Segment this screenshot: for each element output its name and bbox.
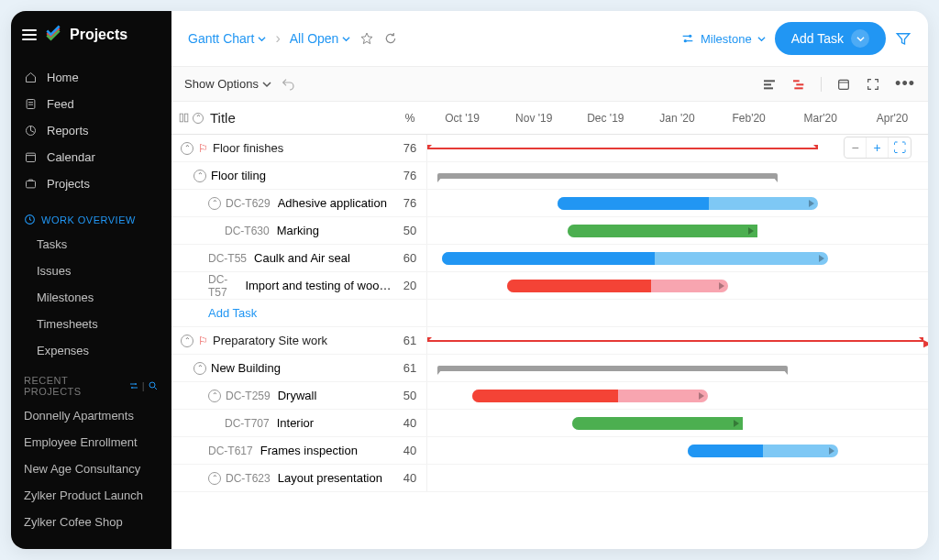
month-header: Oct '19 (426, 112, 498, 125)
add-task-button[interactable]: Add Task (775, 22, 886, 55)
recent-project-item[interactable]: New Age Consultancy (11, 456, 171, 482)
milestone-selector[interactable]: Milestone (680, 31, 766, 46)
completion-pct: 40 (393, 444, 426, 457)
completion-pct: 76 (393, 196, 426, 210)
search-icon[interactable] (148, 380, 159, 391)
refresh-icon[interactable] (383, 31, 398, 46)
list-view-icon[interactable] (762, 77, 777, 92)
gantt-row: DC-T57Import and testing of wood materia… (171, 272, 928, 300)
subbar: Show Options ••• (171, 67, 928, 102)
show-options-button[interactable]: Show Options (184, 77, 271, 91)
task-bar[interactable] (507, 280, 727, 292)
chevron-down-icon (258, 35, 266, 43)
task-title[interactable]: Frames inspection (260, 444, 358, 457)
sidebar-item-timesheets[interactable]: Timesheets (11, 311, 171, 337)
sidebar-item-calendar[interactable]: Calendar (11, 144, 171, 170)
fullscreen-icon[interactable] (866, 77, 880, 92)
add-task-row[interactable]: Add Task (171, 300, 928, 327)
gantt-bar-area (426, 437, 928, 464)
svg-rect-14 (796, 83, 803, 85)
home-icon (24, 71, 38, 84)
fit-button[interactable]: ⛶ (889, 137, 911, 158)
gantt-bar-area (426, 217, 928, 244)
today-icon[interactable] (836, 77, 851, 92)
collapse-all-icon[interactable]: ⌃ (193, 113, 204, 124)
task-title[interactable]: New Building (211, 361, 281, 375)
collapse-icon[interactable]: ⌃ (208, 472, 221, 485)
app-logo[interactable]: Projects (11, 11, 171, 59)
task-id: DC-T617 (208, 445, 253, 457)
recent-project-item[interactable]: Employee Enrollment (11, 429, 171, 456)
funnel-icon[interactable] (895, 30, 911, 47)
collapse-icon[interactable]: ⌃ (208, 390, 221, 402)
milestone-icon: ⚐ (198, 335, 208, 347)
recent-project-item[interactable]: Zylker Cofee Shop (11, 509, 171, 535)
task-title[interactable]: Marking (277, 224, 319, 237)
task-bar[interactable] (568, 225, 757, 237)
zoom-out-button[interactable]: − (845, 137, 867, 158)
sidebar-item-expenses[interactable]: Expenses (11, 337, 171, 364)
summary-bar[interactable] (427, 148, 818, 149)
sidebar-item-home[interactable]: Home (11, 64, 171, 91)
collapse-icon[interactable]: ⌃ (181, 142, 193, 155)
undo-icon[interactable] (281, 77, 295, 92)
star-icon[interactable] (359, 31, 374, 46)
pct-column-header[interactable]: % (393, 112, 426, 125)
gantt-bar-area (426, 382, 928, 409)
svg-point-7 (149, 382, 155, 388)
collapse-icon[interactable]: ⌃ (193, 170, 206, 182)
title-column-header[interactable]: Title (210, 110, 393, 126)
nav-label: Calendar (47, 150, 95, 164)
sidebar: Projects HomeFeedReportsCalendarProjects… (11, 11, 171, 549)
settings-toggle-icon[interactable] (128, 380, 139, 391)
parent-bar[interactable] (437, 173, 778, 179)
gantt-view-icon[interactable] (791, 77, 806, 92)
sidebar-item-milestones[interactable]: Milestones (11, 284, 171, 311)
month-header: Dec '19 (569, 112, 641, 125)
chevron-down-icon[interactable] (851, 29, 869, 48)
collapse-icon[interactable]: ⌃ (208, 197, 221, 210)
more-icon[interactable]: ••• (895, 74, 915, 93)
task-bar[interactable] (472, 390, 708, 402)
summary-bar[interactable] (427, 340, 923, 342)
completion-pct: 50 (393, 389, 426, 402)
parent-bar[interactable] (437, 366, 788, 371)
collapse-icon[interactable]: ⌃ (193, 362, 206, 375)
sidebar-item-issues[interactable]: Issues (11, 258, 171, 284)
task-bar[interactable] (688, 445, 838, 457)
menu-icon[interactable] (22, 29, 37, 40)
svg-rect-3 (27, 181, 36, 188)
sidebar-item-tasks[interactable]: Tasks (11, 231, 171, 258)
task-title[interactable]: Caulk and Air seal (254, 251, 350, 265)
sidebar-item-reports[interactable]: Reports (11, 117, 171, 144)
task-title[interactable]: Import and testing of wood materials (245, 279, 393, 292)
recent-projects-label: RECENT PROJECTS | (11, 364, 171, 402)
clock-icon (24, 214, 36, 225)
filter-selector[interactable]: All Open (290, 31, 351, 46)
zoom-in-button[interactable]: + (867, 137, 889, 158)
task-title[interactable]: Preparatory Site work (213, 334, 327, 347)
task-title[interactable]: Layout presentation (278, 471, 382, 485)
task-id: DC-T259 (226, 390, 271, 402)
task-bar[interactable] (572, 417, 743, 430)
task-title[interactable]: Adhesive application (278, 196, 387, 210)
svg-rect-0 (27, 100, 35, 109)
column-icon[interactable] (178, 112, 190, 124)
task-bar[interactable] (558, 197, 818, 210)
completion-pct: 50 (393, 224, 426, 237)
gantt-bar-area (426, 272, 928, 299)
recent-project-item[interactable]: Zylker Product Launch (11, 482, 171, 509)
task-title[interactable]: Floor finishes (213, 141, 283, 155)
task-title[interactable]: Add Task (208, 306, 257, 320)
sidebar-item-projects[interactable]: Projects (11, 170, 171, 197)
collapse-icon[interactable]: ⌃ (181, 335, 193, 347)
month-header: Apr'20 (856, 112, 928, 125)
view-selector[interactable]: Gantt Chart (188, 31, 266, 46)
milestone-icon: ⚐ (198, 142, 208, 155)
task-bar[interactable] (442, 252, 827, 265)
task-title[interactable]: Interior (277, 416, 314, 430)
recent-project-item[interactable]: Donnelly Apartments (11, 402, 171, 429)
task-title[interactable]: Floor tiling (211, 169, 266, 182)
task-title[interactable]: Drywall (278, 389, 317, 402)
sidebar-item-feed[interactable]: Feed (11, 91, 171, 117)
